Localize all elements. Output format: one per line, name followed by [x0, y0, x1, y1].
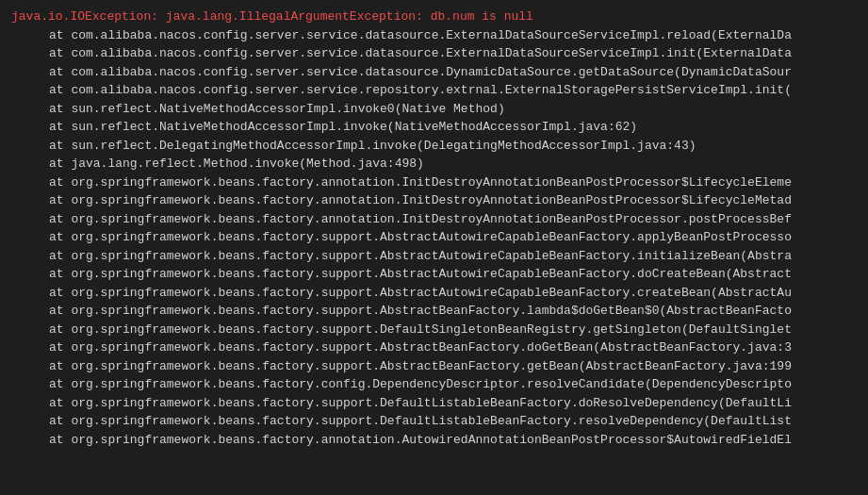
log-container: java.io.IOException: java.lang.IllegalAr…: [0, 0, 868, 495]
stack-line: at org.springframework.beans.factory.sup…: [11, 284, 857, 303]
stack-line: at org.springframework.beans.factory.sup…: [11, 302, 857, 321]
stack-line: at java.lang.reflect.Method.invoke(Metho…: [11, 155, 857, 173]
stack-line: at org.springframework.beans.factory.ann…: [11, 173, 857, 192]
stack-line: at sun.reflect.NativeMethodAccessorImpl.…: [11, 100, 857, 119]
stack-line: at com.alibaba.nacos.config.server.servi…: [11, 26, 857, 45]
error-header: java.io.IOException: java.lang.IllegalAr…: [11, 8, 857, 26]
stack-line: at org.springframework.beans.factory.sup…: [11, 357, 857, 376]
stack-line: at sun.reflect.NativeMethodAccessorImpl.…: [11, 118, 857, 137]
stack-line: at org.springframework.beans.factory.sup…: [11, 228, 857, 247]
stack-line: at org.springframework.beans.factory.con…: [11, 375, 857, 394]
stack-line: at org.springframework.beans.factory.sup…: [11, 394, 857, 413]
stack-line: at org.springframework.beans.factory.sup…: [11, 265, 857, 284]
stack-line: at sun.reflect.DelegatingMethodAccessorI…: [11, 137, 857, 156]
stack-line: at com.alibaba.nacos.config.server.servi…: [11, 81, 857, 100]
stack-line: at org.springframework.beans.factory.sup…: [11, 338, 857, 357]
stack-line: at com.alibaba.nacos.config.server.servi…: [11, 44, 857, 63]
stack-lines-container: at com.alibaba.nacos.config.server.servi…: [11, 26, 857, 450]
stack-line: at org.springframework.beans.factory.sup…: [11, 412, 857, 431]
stack-line: at org.springframework.beans.factory.ann…: [11, 431, 857, 450]
stack-line: at org.springframework.beans.factory.sup…: [11, 247, 857, 266]
stack-line: at com.alibaba.nacos.config.server.servi…: [11, 63, 857, 82]
stack-line: at org.springframework.beans.factory.sup…: [11, 321, 857, 339]
stack-line: at org.springframework.beans.factory.ann…: [11, 210, 857, 229]
stack-line: at org.springframework.beans.factory.ann…: [11, 191, 857, 210]
